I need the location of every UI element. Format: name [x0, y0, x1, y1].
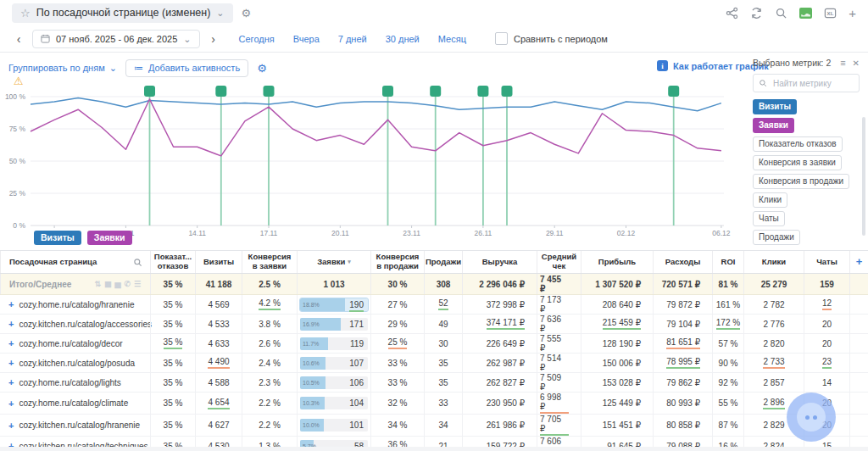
excel-export-icon[interactable]: XL — [824, 7, 837, 19]
expand-row-icon[interactable]: + — [8, 377, 14, 387]
cell-6-10: 87 % — [712, 415, 743, 436]
date-preset-1[interactable]: Вчера — [293, 34, 320, 44]
metric-tag-4[interactable]: Конверсия в продажи — [753, 174, 849, 189]
landing-pages-table: Посадочная страницаПоказат... отказовВиз… — [0, 250, 868, 451]
cell-0-5: 52 — [424, 295, 462, 314]
expand-row-icon[interactable]: + — [8, 338, 14, 348]
activity-marker[interactable] — [430, 86, 441, 97]
column-header-5[interactable]: Конверсия в продажи — [370, 251, 424, 273]
x-axis-label: 06.12 — [712, 229, 731, 237]
next-period-button[interactable]: › — [207, 32, 220, 46]
sort-rows-icon[interactable]: ⇅ — [94, 280, 101, 288]
column-header-12[interactable]: Клики — [743, 251, 804, 273]
metrics-list-icon[interactable]: ≡ — [840, 58, 845, 68]
activity-marker[interactable] — [477, 86, 488, 97]
metric-tag-2[interactable]: Показатель отказов — [753, 136, 843, 152]
phone-icon[interactable]: ✆ — [124, 280, 131, 288]
activity-marker[interactable] — [215, 86, 226, 97]
column-header-14[interactable]: + — [849, 251, 868, 273]
expand-row-icon[interactable]: + — [8, 420, 14, 431]
report-title-dropdown[interactable]: ☆ По посадочной странице (изменен) ⌄ — [12, 3, 233, 23]
date-preset-0[interactable]: Сегодня — [239, 34, 275, 44]
table-row[interactable]: +cozy.kitchen.ru/catalog/accessories35 %… — [0, 315, 868, 334]
column-header-13[interactable]: Чаты — [804, 251, 849, 273]
column-header-7[interactable]: Выручка — [462, 251, 537, 273]
star-icon[interactable]: ☆ — [20, 7, 31, 19]
table-search-icon[interactable] — [133, 258, 142, 267]
chat-widget-button[interactable] — [787, 393, 836, 442]
menu-icon[interactable]: ☰ — [134, 280, 141, 288]
metric-tag-3[interactable]: Конверсия в заявки — [753, 155, 842, 170]
column-header-6[interactable]: Продажи — [424, 251, 462, 273]
column-header-11[interactable]: ROI — [712, 251, 743, 273]
compare-period-toggle[interactable]: Сравнить с периодом — [495, 32, 608, 45]
chart-settings-gear-icon[interactable]: ⚙ — [257, 62, 267, 75]
prev-period-button[interactable]: ‹ — [12, 32, 25, 46]
landing-page-url[interactable]: cozy.kitchen.ru/catalog/accessories — [19, 320, 152, 329]
column-header-0[interactable]: Посадочная страница — [0, 251, 150, 273]
table-row[interactable]: +cozy.home.ru/catalog/hranenie35 %4 5694… — [0, 295, 868, 315]
group-by-dropdown[interactable]: Группировать по дням ⌄ — [8, 63, 117, 73]
x-axis-label: 17.11 — [260, 229, 278, 237]
column-header-1[interactable]: Показат... отказов — [150, 251, 195, 273]
metric-tag-5[interactable]: Клики — [753, 192, 787, 208]
column-header-3[interactable]: Конверсия в заявки — [242, 251, 297, 273]
compare-checkbox[interactable] — [495, 32, 508, 45]
activity-marker[interactable] — [502, 86, 513, 97]
visits-line[interactable] — [31, 98, 721, 111]
columns-icon[interactable]: ▦ — [104, 280, 112, 288]
metric-search-box[interactable] — [753, 74, 860, 92]
report-settings-gear-icon[interactable]: ⚙ — [242, 7, 252, 19]
date-preset-4[interactable]: Месяц — [438, 34, 466, 44]
legend-chip-zayavki[interactable]: Заявки — [87, 231, 132, 245]
metric-tag-1[interactable]: Заявки — [753, 118, 794, 133]
landing-page-url[interactable]: cozy.home.ru/catalog/decor — [19, 339, 122, 348]
expand-row-icon[interactable]: + — [8, 299, 14, 309]
landing-page-url[interactable]: cozy.home.ru/catalog/lights — [19, 378, 120, 387]
expand-row-icon[interactable]: + — [8, 398, 14, 409]
search-icon[interactable] — [775, 7, 787, 19]
close-icon[interactable]: ✕ — [853, 58, 860, 68]
landing-page-url[interactable]: cozy.kitchen.ru/catalog/posuda — [19, 359, 135, 368]
add-widget-icon[interactable]: + — [849, 6, 856, 20]
add-column-icon[interactable]: + — [856, 256, 863, 269]
activity-marker[interactable] — [264, 86, 275, 97]
table-row[interactable]: +cozy.home.ru/catalog/decor35 %4 6332.6 … — [0, 334, 868, 354]
add-activity-button[interactable]: ≔ Добавить активность — [125, 59, 248, 77]
refresh-icon[interactable] — [750, 7, 763, 19]
landing-page-url[interactable]: cozy.kitchen.ru/catalog/hranenie — [19, 420, 140, 430]
expand-row-icon[interactable]: + — [8, 319, 14, 329]
landing-page-url[interactable]: cozy.home.ru/catalog/hranenie — [19, 300, 134, 309]
chart-view-icon[interactable] — [799, 8, 812, 19]
activity-marker[interactable] — [144, 86, 155, 97]
date-range-picker[interactable]: 07 нояб. 2025 - 06 дек. 2025 ⌄ — [32, 30, 200, 48]
metric-search-input[interactable] — [771, 78, 851, 89]
landing-page-url[interactable]: cozy.home.ru/catalog/climate — [19, 398, 128, 408]
column-header-4[interactable]: Заявки▾ — [297, 251, 370, 273]
zayavki-bar: 10.6%107 — [300, 357, 368, 370]
cell-4-3: 10.5%106 — [297, 373, 370, 392]
column-header-10[interactable]: Расходы — [653, 251, 712, 273]
table-row[interactable]: +cozy.home.ru/catalog/climate35 %4 6542.… — [0, 393, 868, 415]
expand-row-icon[interactable]: + — [8, 358, 14, 368]
table-row[interactable]: +cozy.kitchen.ru/catalog/hranenie35 %4 6… — [0, 415, 868, 437]
column-header-8[interactable]: Средний чек — [537, 251, 581, 273]
metric-tag-0[interactable]: Визиты — [753, 99, 797, 114]
column-header-9[interactable]: Прибыль — [581, 251, 653, 273]
cell-4-10: 92 % — [712, 373, 743, 392]
share-icon[interactable] — [726, 7, 738, 19]
zayavki-line[interactable] — [31, 99, 721, 156]
cell-1-6: 374 171 ₽ — [462, 315, 537, 333]
legend-chip-visits[interactable]: Визиты — [34, 231, 81, 245]
metric-tag-6[interactable]: Чаты — [753, 211, 785, 226]
date-preset-3[interactable]: 30 дней — [386, 34, 420, 44]
activity-marker[interactable] — [382, 86, 393, 97]
mini-chart-icon[interactable]: ▅ — [114, 280, 120, 288]
table-row[interactable]: +cozy.kitchen.ru/catalog/posuda35 %4 490… — [0, 354, 868, 373]
metric-tag-7[interactable]: Продажи — [753, 230, 800, 245]
activity-marker[interactable] — [668, 86, 679, 97]
column-header-2[interactable]: Визиты — [195, 251, 242, 273]
table-row[interactable]: +cozy.home.ru/catalog/lights35 %4 5882.3… — [0, 373, 868, 393]
metrics-scrollbar[interactable] — [862, 117, 865, 236]
date-preset-2[interactable]: 7 дней — [338, 34, 367, 44]
